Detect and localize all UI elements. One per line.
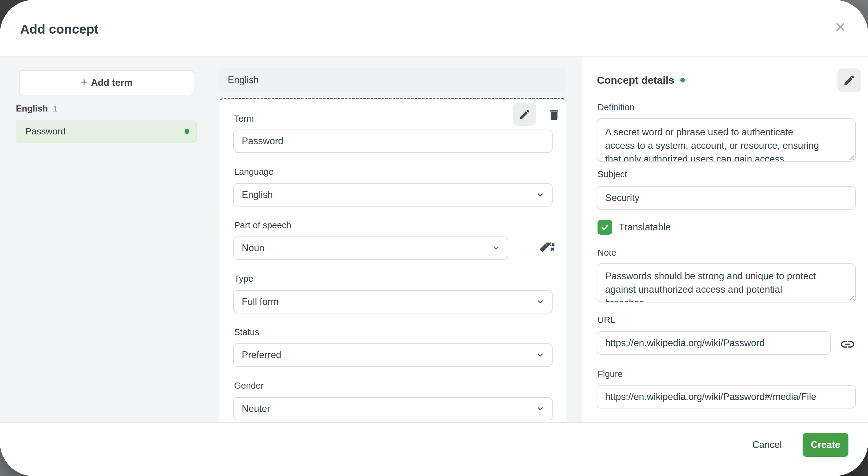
term-field-label: Term (234, 114, 254, 124)
definition-label: Definition (597, 102, 634, 113)
figure-label: Figure (597, 369, 623, 379)
term-card: Term Language English Part of speech Nou… (219, 98, 566, 423)
language-group-label: English1 (16, 103, 58, 114)
checkbox-checked-icon (597, 220, 612, 235)
term-status-dot (185, 129, 189, 134)
term-input[interactable] (233, 130, 553, 153)
language-section-title: English (228, 74, 259, 86)
status-select-value: Preferred (242, 350, 281, 360)
edit-term-button[interactable] (513, 103, 536, 126)
concept-status-dot (680, 78, 685, 83)
page-title: Add concept (20, 22, 99, 37)
concept-details-title: Concept details (597, 74, 674, 86)
gender-select-value: Neuter (242, 403, 270, 414)
status-field-label: Status (234, 327, 259, 337)
terms-sidebar: + Add term English1 Password (0, 57, 218, 422)
language-group-count: 1 (53, 104, 58, 113)
pos-select[interactable]: Noun (233, 236, 508, 260)
plus-icon: + (81, 77, 87, 88)
chevron-down-icon (536, 191, 545, 199)
language-section-header: English (219, 68, 566, 92)
language-select[interactable]: English (233, 183, 553, 207)
pencil-icon (519, 108, 531, 120)
translatable-checkbox[interactable]: Translatable (597, 220, 671, 235)
note-label: Note (597, 248, 616, 258)
magic-wand-icon (538, 241, 556, 258)
add-concept-modal: Add concept ✕ + Add term English1 Passwo… (0, 0, 868, 476)
type-select[interactable]: Full form (233, 290, 553, 314)
chevron-down-icon (536, 405, 545, 413)
chevron-down-icon (536, 351, 545, 359)
status-select[interactable]: Preferred (233, 343, 553, 367)
auto-suggest-pos-button[interactable] (537, 240, 557, 259)
create-button[interactable]: Create (803, 433, 848, 457)
open-link-button[interactable] (838, 335, 857, 353)
add-term-button[interactable]: + Add term (19, 70, 194, 95)
add-term-label: Add term (91, 77, 132, 88)
definition-textarea[interactable] (597, 118, 856, 162)
subject-label: Subject (597, 169, 627, 179)
note-textarea[interactable] (597, 263, 856, 303)
gender-select[interactable]: Neuter (233, 397, 553, 420)
term-editor-column: English Term Language English (219, 57, 566, 422)
chevron-down-icon (536, 297, 545, 306)
term-item-label: Password (25, 126, 66, 136)
subject-input[interactable] (597, 186, 856, 210)
language-select-value: English (242, 189, 273, 200)
translatable-label: Translatable (619, 222, 671, 233)
type-select-value: Full form (242, 296, 279, 307)
trash-icon (548, 108, 561, 122)
language-field-label: Language (234, 167, 274, 177)
link-icon (840, 337, 856, 352)
gender-field-label: Gender (234, 381, 264, 391)
url-input[interactable] (597, 331, 831, 355)
language-group-name: English (16, 103, 48, 113)
figure-input[interactable] (597, 385, 856, 409)
edit-concept-button[interactable] (837, 68, 861, 92)
type-field-label: Type (234, 274, 253, 284)
cancel-button[interactable]: Cancel (749, 433, 785, 457)
url-label: URL (597, 315, 615, 325)
delete-term-button[interactable] (546, 106, 563, 123)
sidebar-item-password[interactable]: Password (16, 120, 197, 143)
pos-field-label: Part of speech (234, 220, 291, 230)
chevron-down-icon (492, 244, 500, 252)
concept-details-panel: Concept details Definition Subject Trans… (582, 57, 868, 422)
modal-footer: Cancel Create (0, 422, 868, 476)
pencil-icon (843, 74, 856, 87)
modal-body: + Add term English1 Password English (0, 57, 868, 422)
pos-select-value: Noun (242, 243, 265, 254)
modal-header: Add concept ✕ (0, 0, 868, 57)
close-icon[interactable]: ✕ (830, 17, 851, 38)
